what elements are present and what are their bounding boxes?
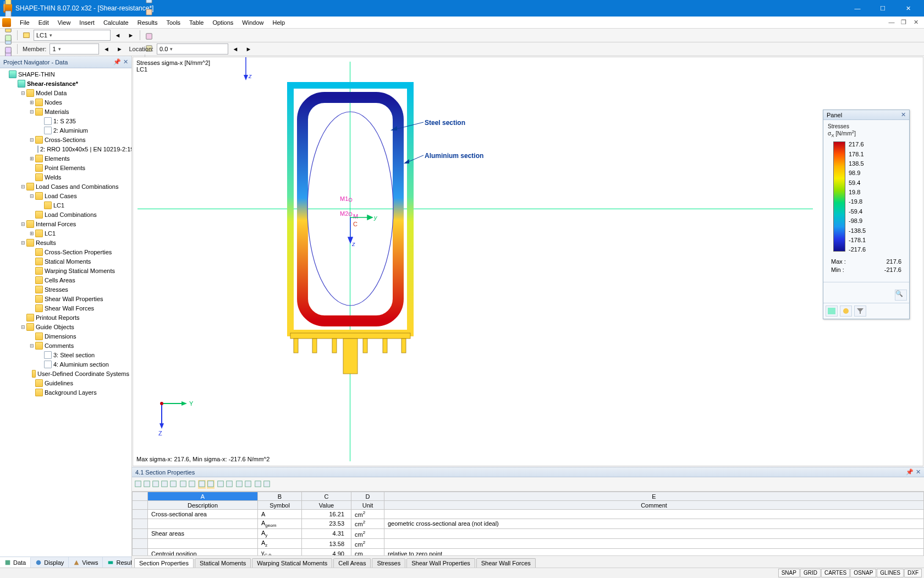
- nav-tab-display[interactable]: Display: [31, 557, 69, 568]
- bp-tb-btn-11[interactable]: [235, 480, 243, 489]
- tree-node[interactable]: Guidelines: [0, 378, 131, 388]
- mdi-minimize-icon[interactable]: ―: [886, 19, 898, 26]
- tree-node[interactable]: 1: S 235: [0, 116, 131, 126]
- menu-file[interactable]: File: [15, 18, 34, 27]
- result-tab[interactable]: Shear Wall Forces: [476, 558, 536, 568]
- tree-node[interactable]: Dimensions: [0, 331, 131, 341]
- tree-node[interactable]: ⊟Load Cases: [0, 191, 131, 200]
- legend-display-button[interactable]: [826, 306, 838, 317]
- next-member-button[interactable]: ►: [113, 43, 125, 55]
- col-header[interactable]: Value: [302, 501, 351, 510]
- tree-node[interactable]: Load Combinations: [0, 210, 131, 219]
- tree-node[interactable]: ⊟Comments: [0, 341, 131, 350]
- col-letter[interactable]: A: [148, 492, 258, 501]
- tb1r-btn-7[interactable]: [143, 0, 155, 6]
- tree-node[interactable]: ⊞Nodes: [0, 97, 131, 107]
- tree-node[interactable]: 4: Aluminium section: [0, 359, 131, 369]
- tree-node[interactable]: Shear Wall Forces: [0, 303, 131, 313]
- table-row[interactable]: Az13.58cm2: [133, 539, 924, 549]
- tree-node[interactable]: SHAPE-THIN: [0, 69, 131, 79]
- menu-tools[interactable]: Tools: [162, 18, 185, 27]
- bp-tb-btn-5[interactable]: [179, 480, 187, 489]
- mdi-restore-icon[interactable]: ❐: [898, 19, 910, 26]
- bp-tb-btn-12[interactable]: [244, 480, 252, 489]
- bp-tb-btn-8[interactable]: [207, 480, 215, 489]
- result-tab[interactable]: Cell Areas: [333, 558, 371, 568]
- tree-node[interactable]: Cross-Section Properties: [0, 247, 131, 257]
- menu-calculate[interactable]: Calculate: [99, 18, 133, 27]
- tree-node[interactable]: LC1: [0, 200, 131, 210]
- legend-titlebar[interactable]: Panel ✕: [823, 110, 909, 120]
- bp-tb-btn-6[interactable]: [188, 480, 196, 489]
- mdi-close-icon[interactable]: ✕: [910, 19, 922, 26]
- menu-view[interactable]: View: [53, 18, 75, 27]
- bp-tb-btn-1[interactable]: [143, 480, 151, 489]
- result-tab[interactable]: Statical Moments: [195, 558, 251, 568]
- section-properties-grid[interactable]: ABCDE DescriptionSymbolValueUnitComment …: [132, 492, 924, 555]
- table-row[interactable]: Cross-sectional areaA16.21cm2: [133, 510, 924, 519]
- nav-tab-views[interactable]: Views: [69, 557, 103, 568]
- bp-tb-btn-10[interactable]: [226, 480, 233, 489]
- col-header[interactable]: Description: [148, 501, 258, 510]
- table-row[interactable]: Centroid positionyC,04.90cmrelative to z…: [133, 549, 924, 555]
- col-header[interactable]: Unit: [351, 501, 384, 510]
- menu-help[interactable]: Help: [268, 18, 289, 27]
- tb2-btn-13[interactable]: [2, 0, 14, 8]
- bp-tb-btn-0[interactable]: [134, 480, 142, 489]
- tree-node[interactable]: ⊟Load Cases and Combinations: [0, 182, 131, 191]
- col-letter[interactable]: E: [384, 492, 924, 501]
- prev-loadcase-button[interactable]: ◄: [112, 29, 124, 41]
- bp-tb-btn-14[interactable]: [263, 480, 271, 489]
- tree-node[interactable]: Statical Moments: [0, 257, 131, 266]
- tree-node[interactable]: ⊟Internal Forces: [0, 219, 131, 228]
- tree-node[interactable]: ⊟Guide Objects: [0, 322, 131, 331]
- nav-tab-data[interactable]: Data: [0, 557, 31, 568]
- bp-pin-icon[interactable]: 📌: [906, 468, 914, 476]
- status-osnap[interactable]: OSNAP: [850, 569, 876, 577]
- tb2-btn-17[interactable]: [2, 44, 14, 56]
- menu-insert[interactable]: Insert: [75, 18, 99, 27]
- table-row[interactable]: Shear areasAy4.31cm2: [133, 528, 924, 538]
- legend-filter-button[interactable]: [854, 306, 866, 317]
- bp-tb-btn-2[interactable]: [152, 480, 160, 489]
- tree-node[interactable]: 2: RRO 100x40x5 | EN 10219-2:1997: [0, 144, 131, 154]
- col-letter[interactable]: C: [302, 492, 351, 501]
- tree-node[interactable]: Stresses: [0, 285, 131, 294]
- location-combo[interactable]: 0.0▾: [157, 43, 228, 54]
- tree-node[interactable]: ⊞Elements: [0, 154, 131, 163]
- menu-results[interactable]: Results: [133, 18, 162, 27]
- prev-location-button[interactable]: ◄: [229, 43, 241, 55]
- close-button[interactable]: ✕: [895, 0, 921, 17]
- result-tab[interactable]: Shear Wall Properties: [406, 558, 475, 568]
- tree-node[interactable]: Printout Reports: [0, 313, 131, 322]
- tree-node[interactable]: Warping Statical Moments: [0, 266, 131, 275]
- loadcase-combo[interactable]: LC1 ▾: [34, 30, 111, 41]
- col-header[interactable]: Symbol: [258, 501, 302, 510]
- result-tab[interactable]: Warping Statical Moments: [252, 558, 332, 568]
- tb2-btn-16[interactable]: [2, 32, 14, 44]
- tb1r-btn-10[interactable]: [143, 30, 155, 42]
- navigator-close-icon[interactable]: ✕: [123, 58, 128, 66]
- member-combo[interactable]: 1▾: [50, 43, 99, 54]
- result-tab[interactable]: Section Properties: [134, 558, 194, 568]
- bp-tb-btn-9[interactable]: [217, 480, 224, 489]
- tree-node[interactable]: Point Elements: [0, 163, 131, 172]
- tree-node[interactable]: Welds: [0, 172, 131, 182]
- navigator-tree[interactable]: SHAPE-THINShear-resistance*⊟Model Data⊞N…: [0, 68, 131, 557]
- table-row[interactable]: Ageom23.53cm2geometric cross-sectional a…: [133, 519, 924, 528]
- navigator-pin-icon[interactable]: 📌: [113, 58, 121, 66]
- tree-node[interactable]: ⊞LC1: [0, 228, 131, 238]
- legend-zoom-button[interactable]: 🔍: [895, 290, 907, 301]
- legend-close-icon[interactable]: ✕: [901, 111, 906, 118]
- tree-node[interactable]: Background Layers: [0, 388, 131, 397]
- menu-edit[interactable]: Edit: [34, 18, 53, 27]
- prev-member-button[interactable]: ◄: [100, 43, 112, 55]
- tree-node[interactable]: Shear Wall Properties: [0, 294, 131, 303]
- tree-node[interactable]: Cells Areas: [0, 275, 131, 285]
- status-snap[interactable]: SNAP: [778, 569, 800, 577]
- menu-table[interactable]: Table: [185, 18, 208, 27]
- col-letter[interactable]: B: [258, 492, 302, 501]
- bp-tb-btn-3[interactable]: [161, 480, 168, 489]
- next-loadcase-button[interactable]: ►: [125, 29, 137, 41]
- status-grid[interactable]: GRID: [800, 569, 821, 577]
